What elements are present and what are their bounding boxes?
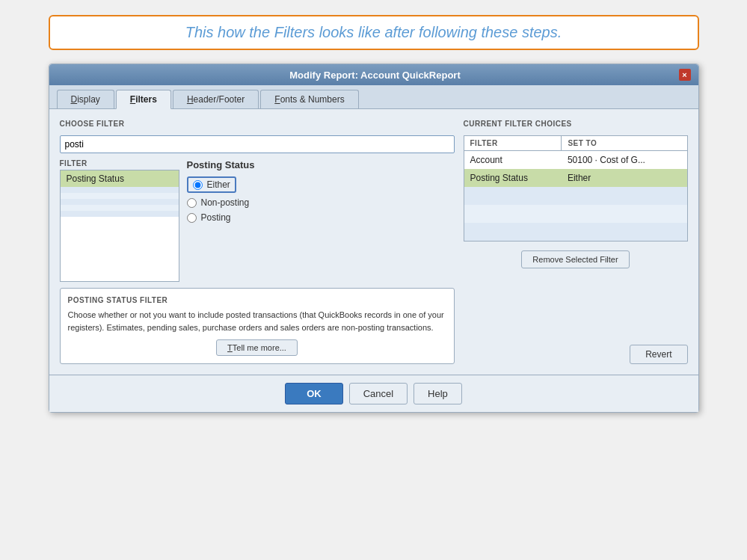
tab-fonts-numbers[interactable]: Fonts & Numbers bbox=[260, 90, 358, 108]
dialog-footer: OK Cancel Help bbox=[49, 375, 698, 412]
tell-me-more-text: Tell me more... bbox=[233, 343, 286, 352]
cell-set-to: Either bbox=[562, 169, 687, 187]
radio-posting-label: Posting bbox=[201, 212, 231, 223]
search-input[interactable] bbox=[60, 135, 455, 153]
dialog: Modify Report: Account QuickReport × Dis… bbox=[49, 64, 699, 413]
filter-list-item[interactable] bbox=[61, 205, 179, 211]
radio-section: Posting Status Either Non-posting Postin bbox=[187, 159, 455, 282]
filter-list-item[interactable] bbox=[61, 187, 179, 193]
radio-either: Either bbox=[187, 176, 455, 193]
close-button[interactable]: × bbox=[679, 69, 691, 81]
cell-set-to bbox=[562, 223, 687, 241]
cell-set-to bbox=[562, 187, 687, 205]
help-button[interactable]: Help bbox=[414, 383, 462, 404]
radio-posting-input[interactable] bbox=[187, 213, 197, 223]
radio-either-input[interactable] bbox=[193, 180, 203, 190]
ok-button[interactable]: OK bbox=[285, 383, 343, 404]
tell-me-more-label: T bbox=[227, 343, 233, 352]
radio-posting: Posting bbox=[187, 212, 455, 223]
table-row[interactable]: Account 50100 · Cost of G... bbox=[464, 151, 687, 170]
radio-either-border[interactable]: Either bbox=[187, 176, 236, 193]
filter-list: Posting Status bbox=[60, 170, 179, 282]
tell-me-more-button[interactable]: TTell me more... bbox=[216, 339, 298, 356]
filter-description-title: POSTING STATUS FILTER bbox=[68, 296, 446, 304]
filter-list-item[interactable] bbox=[61, 193, 179, 199]
cell-filter: Posting Status bbox=[464, 169, 562, 187]
cancel-button[interactable]: Cancel bbox=[349, 383, 408, 404]
table-row[interactable] bbox=[464, 187, 687, 205]
filter-list-container: FILTER Posting Status bbox=[60, 159, 179, 282]
radio-nonposting-input[interactable] bbox=[187, 198, 197, 208]
current-filter-label: CURRENT FILTER CHOICES bbox=[464, 120, 688, 128]
table-row[interactable]: Posting Status Either bbox=[464, 169, 687, 187]
tab-display[interactable]: Display bbox=[57, 90, 114, 108]
choose-filter-label: CHOOSE FILTER bbox=[60, 120, 455, 128]
cell-filter: Account bbox=[464, 151, 562, 170]
dialog-title: Modify Report: Account QuickReport bbox=[72, 70, 679, 81]
revert-button[interactable]: Revert bbox=[630, 345, 687, 364]
table-row[interactable] bbox=[464, 223, 687, 241]
filter-list-item[interactable]: Posting Status bbox=[61, 170, 179, 187]
filter-section-title: Posting Status bbox=[187, 159, 455, 170]
title-bar: Modify Report: Account QuickReport × bbox=[49, 64, 698, 85]
right-panel: CURRENT FILTER CHOICES FILTER SET TO Acc… bbox=[464, 120, 688, 364]
filter-list-label: FILTER bbox=[60, 159, 179, 167]
cell-filter bbox=[464, 205, 562, 223]
filter-section: FILTER Posting Status Posting Status bbox=[60, 159, 455, 282]
col-set-to: SET TO bbox=[562, 136, 687, 151]
left-panel: CHOOSE FILTER FILTER Posting Status bbox=[60, 120, 455, 364]
tab-header-footer[interactable]: Header/Footer bbox=[173, 90, 259, 108]
cell-filter bbox=[464, 223, 562, 241]
filter-list-item[interactable] bbox=[61, 211, 179, 217]
filter-list-item[interactable] bbox=[61, 199, 179, 205]
cell-set-to: 50100 · Cost of G... bbox=[562, 151, 687, 170]
filter-table-container: FILTER SET TO Account 50100 · Cost of G.… bbox=[464, 135, 688, 241]
annotation-banner: This how the Filters looks like after fo… bbox=[49, 15, 699, 50]
annotation-text: This how the Filters looks like after fo… bbox=[65, 24, 683, 41]
radio-nonposting-label: Non-posting bbox=[201, 197, 250, 208]
radio-nonposting: Non-posting bbox=[187, 197, 455, 208]
table-row[interactable] bbox=[464, 205, 687, 223]
cell-set-to bbox=[562, 205, 687, 223]
filter-description-box: POSTING STATUS FILTER Choose whether or … bbox=[60, 288, 455, 364]
tab-filters[interactable]: Filters bbox=[116, 90, 171, 109]
col-filter: FILTER bbox=[464, 136, 562, 151]
cell-filter bbox=[464, 187, 562, 205]
radio-either-label: Either bbox=[207, 179, 230, 190]
filter-table: FILTER SET TO Account 50100 · Cost of G.… bbox=[464, 136, 687, 241]
remove-selected-filter-button[interactable]: Remove Selected Filter bbox=[521, 250, 629, 268]
filter-description-text: Choose whether or not you want to includ… bbox=[68, 309, 446, 333]
tab-row: Display Filters Header/Footer Fonts & Nu… bbox=[49, 85, 698, 109]
dialog-body: CHOOSE FILTER FILTER Posting Status bbox=[49, 109, 698, 375]
